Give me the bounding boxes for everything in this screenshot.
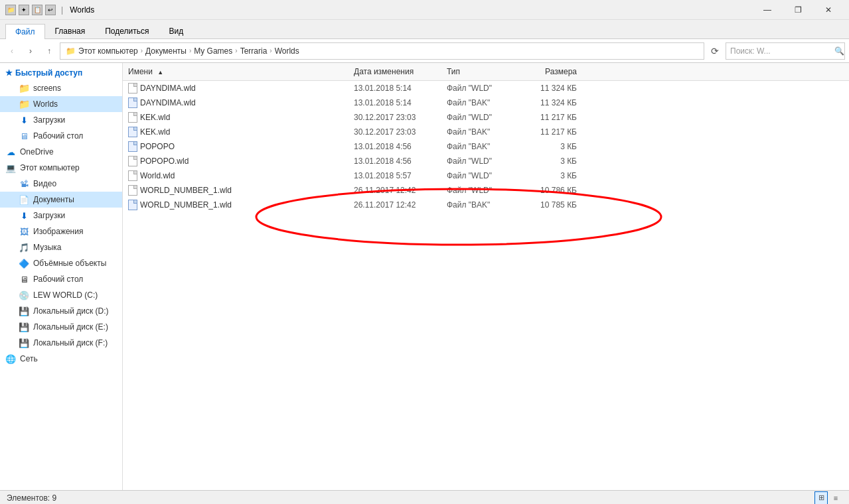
table-row[interactable]: POPOPO.wld 13.01.2018 4:56 Файл "WLD" 3 … (123, 154, 849, 168)
col-header-date[interactable]: Дата изменения (348, 64, 441, 79)
title-bar-left: 📁 ✦ 📋 ↩ | Worlds (5, 5, 94, 15)
file-date-9: 26.11.2017 12:42 (348, 200, 441, 210)
file-type-4: Файл "BAK" (441, 127, 521, 137)
col-header-type[interactable]: Тип (441, 64, 521, 79)
sidebar-item-drive-f[interactable]: 💾 Локальный диск (F:) (0, 335, 122, 351)
file-size-6: 3 КБ (521, 157, 587, 166)
wld-file-icon-3 (128, 112, 137, 123)
up-button[interactable]: ↑ (41, 43, 57, 59)
table-row[interactable]: DAYNDIMA.wld 13.01.2018 5:14 Файл "WLD" … (123, 81, 849, 95)
sidebar-label-images: Изображения (33, 227, 83, 236)
path-sep-1: › (141, 47, 143, 54)
sidebar-item-downloads-quick[interactable]: ⬇ Загрузки (0, 112, 122, 128)
maximize-button[interactable]: ❐ (783, 0, 813, 20)
sidebar-label-onedrive: OneDrive (20, 147, 54, 157)
sidebar-label-3d: Объёмные объекты (33, 259, 106, 268)
path-sep-3: › (235, 47, 237, 54)
sidebar-item-drive-e[interactable]: 💾 Локальный диск (E:) (0, 319, 122, 335)
sidebar: ★ Быстрый доступ 📁 screens 📁 Worlds ⬇ За… (0, 63, 123, 490)
sidebar-item-music[interactable]: 🎵 Музыка (0, 239, 122, 255)
quick-access-header[interactable]: ★ Быстрый доступ (0, 66, 122, 80)
sidebar-label-music: Музыка (33, 243, 61, 252)
table-row[interactable]: WORLD_NUMBER_1.wld 26.11.2017 12:42 Файл… (123, 183, 849, 198)
ribbon-tabs: Файл Главная Поделиться Вид (0, 20, 849, 38)
sidebar-label-drive-d: Локальный диск (D:) (33, 306, 109, 316)
address-path[interactable]: 📁 Этот компьютер › Документы › My Games … (60, 42, 704, 60)
path-mygames: My Games (194, 46, 232, 56)
sidebar-item-desktop[interactable]: 🖥 Рабочий стол (0, 271, 122, 287)
file-type-6: Файл "WLD" (441, 157, 521, 166)
grid-view-button[interactable]: ⊞ (814, 491, 828, 505)
file-list-area: Имени ▲ Дата изменения Тип Размера DAYND… (123, 63, 849, 490)
file-size-3: 11 217 КБ (521, 113, 587, 122)
sidebar-label-desktop-quick: Рабочий стол (33, 131, 83, 141)
download-icon: ⬇ (19, 210, 29, 221)
onedrive-icon: ☁ (5, 147, 16, 157)
path-computer: Этот компьютер (78, 46, 138, 56)
ribbon: Файл Главная Поделиться Вид (0, 20, 849, 39)
minimize-button[interactable]: — (752, 0, 783, 20)
sidebar-item-3d[interactable]: 🔷 Объёмные объекты (0, 255, 122, 271)
wld-file-icon-8 (128, 185, 137, 196)
file-size-2: 11 324 КБ (521, 98, 587, 107)
table-row[interactable]: DAYNDIMA.wld 13.01.2018 5:14 Файл "BAK" … (123, 95, 849, 110)
sidebar-item-drive-d[interactable]: 💾 Локальный диск (D:) (0, 303, 122, 319)
file-type-9: Файл "BAK" (441, 200, 521, 210)
path-documents: Документы (145, 46, 187, 56)
sidebar-item-worlds[interactable]: 📁 Worlds (0, 96, 122, 112)
sidebar-item-documents[interactable]: 📄 Документы (0, 192, 122, 208)
file-date-3: 30.12.2017 23:03 (348, 113, 441, 122)
file-date-2: 13.01.2018 5:14 (348, 98, 441, 107)
star-icon: ★ (5, 68, 13, 78)
address-bar: ‹ › ↑ 📁 Этот компьютер › Документы › My … (0, 39, 849, 63)
table-row[interactable]: KEK.wld 30.12.2017 23:03 Файл "WLD" 11 2… (123, 110, 849, 125)
drive-d-icon: 💾 (19, 306, 29, 316)
sidebar-item-screens[interactable]: 📁 screens (0, 80, 122, 96)
col-header-size[interactable]: Размера (521, 64, 587, 79)
refresh-button[interactable]: ⟳ (707, 43, 723, 59)
sidebar-item-onedrive[interactable]: ☁ OneDrive (0, 144, 122, 160)
table-row[interactable]: WORLD_NUMBER_1.wld 26.11.2017 12:42 Файл… (123, 198, 849, 212)
sidebar-item-images[interactable]: 🖼 Изображения (0, 223, 122, 239)
tab-share[interactable]: Поделиться (95, 23, 159, 38)
search-icon[interactable]: 🔍 (834, 43, 844, 59)
sidebar-label-screens: screens (33, 84, 61, 93)
sidebar-item-lew-world[interactable]: 💿 LEW WORLD (C:) (0, 287, 122, 303)
title-bar-controls: — ❐ ✕ (752, 0, 844, 20)
quick-access-toolbar[interactable]: ↩ (45, 5, 56, 15)
file-size-9: 10 785 КБ (521, 200, 587, 210)
folder-icon-worlds: 📁 (19, 99, 29, 109)
drive-f-icon: 💾 (19, 338, 29, 348)
list-view-button[interactable]: ≡ (829, 491, 842, 505)
main-layout: ★ Быстрый доступ 📁 screens 📁 Worlds ⬇ За… (0, 63, 849, 490)
bak-file-icon-2 (128, 97, 137, 108)
drive-e-icon: 💾 (19, 322, 29, 332)
sidebar-item-downloads[interactable]: ⬇ Загрузки (0, 208, 122, 223)
search-box[interactable]: 🔍 (726, 42, 845, 60)
tab-home[interactable]: Главная (45, 23, 96, 38)
forward-button[interactable]: › (23, 43, 39, 59)
sidebar-item-this-computer[interactable]: 💻 Этот компьютер (0, 160, 122, 176)
tab-file[interactable]: Файл (5, 24, 45, 39)
app-icon-3: 📋 (32, 5, 42, 15)
sidebar-item-desktop-quick[interactable]: 🖥 Рабочий стол (0, 128, 122, 144)
file-type-8: Файл "WLD" (441, 186, 521, 195)
close-button[interactable]: ✕ (813, 0, 844, 20)
file-size-5: 3 КБ (521, 142, 587, 151)
sidebar-item-network[interactable]: 🌐 Сеть (0, 351, 122, 367)
search-input[interactable] (726, 46, 834, 56)
table-row[interactable]: KEK.wld 30.12.2017 23:03 Файл "BAK" 11 2… (123, 125, 849, 139)
tab-view[interactable]: Вид (159, 23, 193, 38)
sidebar-item-video[interactable]: 📽 Видео (0, 176, 122, 192)
desktop-icon: 🖥 (19, 274, 29, 284)
item-count: Элементов: 9 (7, 493, 56, 503)
back-button[interactable]: ‹ (4, 43, 20, 59)
title-bar-title: Worlds (70, 5, 94, 15)
file-size-7: 3 КБ (521, 171, 587, 180)
file-name-7: World.wld (123, 170, 348, 181)
file-type-1: Файл "WLD" (441, 84, 521, 93)
table-row[interactable]: World.wld 13.01.2018 5:57 Файл "WLD" 3 К… (123, 168, 849, 183)
wld-file-icon-6 (128, 156, 137, 166)
table-row[interactable]: POPOPO 13.01.2018 4:56 Файл "BAK" 3 КБ (123, 139, 849, 154)
col-header-name[interactable]: Имени ▲ (123, 64, 348, 79)
